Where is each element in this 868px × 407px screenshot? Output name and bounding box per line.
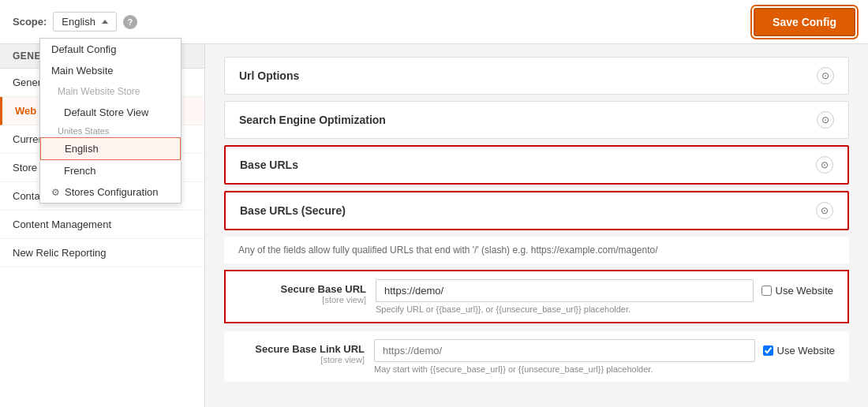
dropdown-item-default-config[interactable]: Default Config [40, 39, 181, 60]
stores-config-label: Stores Configuration [65, 186, 159, 198]
section-title-url-options: Url Options [239, 69, 299, 82]
section-base-urls: Base URLs ⊙ [224, 145, 849, 185]
top-bar: Scope: English ? Save Config Default Con… [0, 0, 868, 44]
field-input-col-secure-base-url: Use Website Specify URL or {{base_url}},… [376, 279, 833, 314]
section-header-row-seo[interactable]: Search Engine Optimization ⊙ [225, 102, 848, 138]
save-config-button[interactable]: Save Config [754, 8, 855, 36]
section-header-row-base-urls-secure[interactable]: Base URLs (Secure) ⊙ [226, 192, 847, 229]
scope-label: Scope: [13, 16, 47, 28]
dropdown-item-french[interactable]: French [40, 160, 181, 181]
section-title-seo: Search Engine Optimization [239, 114, 386, 126]
dropdown-item-english[interactable]: English [40, 137, 181, 160]
help-icon[interactable]: ? [123, 15, 137, 29]
section-title-base-urls: Base URLs [240, 159, 298, 171]
collapse-icon-url-options[interactable]: ⊙ [817, 67, 834, 84]
field-label-secure-base-link-url: Secure Base Link URL [238, 343, 365, 355]
gear-icon: ⚙ [51, 187, 60, 198]
collapse-icon-base-urls-secure[interactable]: ⊙ [816, 202, 833, 219]
dropdown-item-main-website-store[interactable]: Main Website Store [40, 81, 181, 102]
sidebar-item-content-management[interactable]: Content Management [0, 211, 204, 239]
field-secure-base-link-url: Secure Base Link URL [store view] Use We… [224, 331, 849, 382]
checkbox-secure-base-url[interactable] [761, 286, 772, 296]
checkbox-label-secure-base-link-url[interactable]: Use Website [777, 345, 835, 357]
section-base-urls-secure: Base URLs (Secure) ⊙ [224, 191, 849, 230]
field-hint-secure-base-url: Specify URL or {{base_url}}, or {{unsecu… [376, 304, 833, 314]
form-fields: Secure Base URL [store view] Use Website… [224, 270, 849, 382]
section-title-base-urls-secure: Base URLs (Secure) [240, 204, 346, 217]
arrow-up-icon [102, 20, 108, 24]
content-area: Url Options ⊙ Search Engine Optimization… [205, 44, 868, 407]
field-secure-base-url: Secure Base URL [store view] Use Website… [224, 270, 849, 323]
checkbox-area-secure-base-url: Use Website [761, 285, 833, 297]
dropdown-item-stores-config[interactable]: ⚙Stores Configuration [40, 181, 181, 203]
collapse-icon-base-urls[interactable]: ⊙ [816, 156, 833, 174]
label-area-secure-base-link-url: Secure Base Link URL [store view] [238, 339, 365, 364]
section-header-row-url-options[interactable]: Url Options ⊙ [225, 58, 848, 94]
scope-value: English [62, 16, 95, 28]
checkbox-label-secure-base-url[interactable]: Use Website [776, 285, 833, 297]
label-area-secure-base-url: Secure Base URL [store view] [240, 279, 366, 304]
dropdown-item-main-website[interactable]: Main Website [40, 60, 181, 81]
sidebar-item-new-relic-reporting[interactable]: New Relic Reporting [0, 239, 204, 267]
field-hint-secure-base-link-url: May start with {{secure_base_url}} or {{… [374, 364, 835, 374]
scope-area: Scope: English ? [13, 12, 137, 32]
field-sublabel-secure-base-link-url: [store view] [238, 355, 365, 364]
text-input-secure-base-link-url[interactable] [374, 339, 755, 362]
dropdown-item-default-store-view[interactable]: Default Store View [40, 102, 181, 123]
text-input-secure-base-url[interactable] [376, 279, 754, 302]
info-text: Any of the fields allow fully qualified … [224, 237, 849, 263]
checkbox-area-secure-base-link-url: Use Website [763, 345, 835, 357]
section-seo: Search Engine Optimization ⊙ [224, 101, 849, 139]
section-url-options: Url Options ⊙ [224, 57, 849, 95]
field-input-col-secure-base-link-url: Use Website May start with {{secure_base… [374, 339, 835, 374]
checkbox-secure-base-link-url[interactable] [763, 345, 773, 356]
field-label-secure-base-url: Secure Base URL [240, 283, 366, 295]
collapse-icon-seo[interactable]: ⊙ [817, 111, 834, 129]
section-header-row-base-urls[interactable]: Base URLs ⊙ [226, 147, 847, 183]
field-sublabel-secure-base-url: [store view] [240, 295, 366, 304]
scope-dropdown-button[interactable]: English [53, 12, 117, 32]
dropdown-item-unites-states: Unites States [40, 123, 181, 137]
scope-dropdown-menu: Default ConfigMain WebsiteMain Website S… [39, 38, 181, 204]
section-blocks: Url Options ⊙ Search Engine Optimization… [224, 57, 849, 230]
